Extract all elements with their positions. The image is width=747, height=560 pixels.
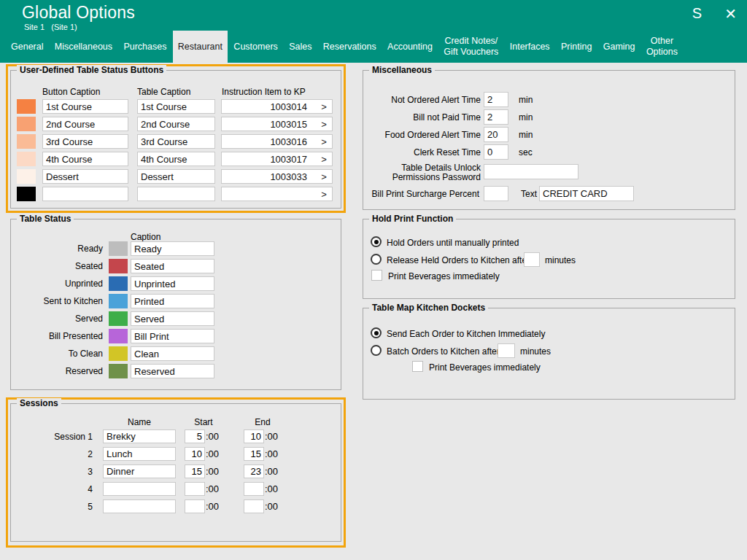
kp-item-lookup-button[interactable]: > xyxy=(316,136,332,147)
button-caption-input[interactable] xyxy=(42,134,128,149)
save-button[interactable]: S xyxy=(692,5,702,22)
kp-item-lookup-button[interactable]: > xyxy=(316,189,332,200)
tab-sales[interactable]: Sales xyxy=(284,31,317,63)
button-color-swatch[interactable] xyxy=(17,169,36,184)
kp-item-field[interactable]: 1003014 > xyxy=(221,99,333,114)
session-start-input[interactable] xyxy=(185,429,205,443)
button-caption-input[interactable] xyxy=(42,169,128,184)
status-caption-input[interactable] xyxy=(131,364,214,378)
tab-accounting[interactable]: Accounting xyxy=(382,31,438,63)
kp-item-field[interactable]: 1003033 > xyxy=(221,169,333,184)
button-caption-input[interactable] xyxy=(42,187,128,201)
kp-item-lookup-button[interactable]: > xyxy=(316,119,332,130)
status-color-swatch[interactable] xyxy=(109,346,128,361)
tab-credit-notes-gift-vouchers[interactable]: Credit Notes/ Gift Vouchers xyxy=(438,31,503,63)
tab-interfaces[interactable]: Interfaces xyxy=(505,31,555,63)
session-start-input[interactable] xyxy=(185,447,205,461)
status-caption-input[interactable] xyxy=(131,241,214,256)
close-icon[interactable]: ✕ xyxy=(724,5,737,23)
session-start-input[interactable] xyxy=(185,482,205,496)
status-color-swatch[interactable] xyxy=(109,259,128,273)
status-caption-input[interactable] xyxy=(131,276,214,291)
print-beverages-checkbox[interactable] xyxy=(412,361,423,372)
session-end-input[interactable] xyxy=(244,482,264,496)
session-end-input[interactable] xyxy=(244,464,264,478)
table-details-unlock-password-input[interactable] xyxy=(484,164,578,179)
button-color-swatch[interactable] xyxy=(17,187,36,201)
table-caption-input[interactable] xyxy=(137,152,215,166)
button-color-swatch[interactable] xyxy=(17,134,36,149)
tab-miscellaneous[interactable]: Miscellaneous xyxy=(50,31,117,63)
surcharge-text-input[interactable] xyxy=(539,186,634,201)
session-name-input[interactable] xyxy=(103,482,176,496)
bill-not-paid-time-input[interactable] xyxy=(484,109,508,125)
password-label-line2: Permissions Password xyxy=(363,172,481,182)
button-color-swatch[interactable] xyxy=(17,117,36,131)
table-caption-input[interactable] xyxy=(137,134,215,149)
batch-orders-radio[interactable] xyxy=(371,345,382,356)
kp-item-field[interactable]: 1003015 > xyxy=(221,117,333,131)
print-beverages-checkbox[interactable] xyxy=(371,270,382,281)
session-name-input[interactable] xyxy=(103,499,176,513)
status-color-swatch[interactable] xyxy=(109,364,128,378)
send-each-order-label[interactable]: Send Each Order to Kitchen Immediately xyxy=(387,329,545,339)
session-name-input[interactable] xyxy=(103,447,176,461)
button-caption-input[interactable] xyxy=(42,117,128,131)
release-minutes-input[interactable] xyxy=(524,252,540,267)
send-each-order-radio[interactable] xyxy=(371,327,382,338)
food-ordered-alert-time-input[interactable] xyxy=(484,127,508,142)
release-held-orders-label[interactable]: Release Held Orders to Kitchen after xyxy=(387,255,530,265)
tab-restaurant[interactable]: Restaurant xyxy=(173,31,228,63)
group-table-status: Table Status Caption Ready Seated Unprin… xyxy=(10,219,341,390)
status-caption-input[interactable] xyxy=(131,259,214,273)
kp-item-lookup-button[interactable]: > xyxy=(316,171,332,182)
release-held-orders-radio[interactable] xyxy=(371,254,382,265)
session-start-input[interactable] xyxy=(185,499,205,513)
batch-minutes-input[interactable] xyxy=(498,343,515,358)
hold-orders-radio[interactable] xyxy=(371,236,382,247)
session-start-input[interactable] xyxy=(185,464,205,478)
status-caption-input[interactable] xyxy=(131,329,214,343)
status-color-swatch[interactable] xyxy=(109,241,128,256)
table-caption-input[interactable] xyxy=(137,187,215,201)
tab-gaming[interactable]: Gaming xyxy=(598,31,640,63)
tab-reservations[interactable]: Reservations xyxy=(318,31,382,63)
status-color-swatch[interactable] xyxy=(109,294,128,308)
tab-printing[interactable]: Printing xyxy=(556,31,597,63)
bill-print-surcharge-percent-input[interactable] xyxy=(484,186,508,201)
status-caption-input[interactable] xyxy=(131,346,214,361)
status-color-swatch[interactable] xyxy=(109,329,128,343)
status-color-swatch[interactable] xyxy=(109,276,128,291)
kp-item-field[interactable]: 1003016 > xyxy=(221,134,333,149)
kp-item-lookup-button[interactable]: > xyxy=(316,154,332,165)
status-caption-input[interactable] xyxy=(131,294,214,308)
hold-orders-label[interactable]: Hold Orders until manually printed xyxy=(387,238,519,248)
button-caption-input[interactable] xyxy=(42,99,128,114)
tab-general[interactable]: General xyxy=(6,31,48,63)
batch-orders-label[interactable]: Batch Orders to Kitchen after xyxy=(387,346,500,357)
kp-item-lookup-button[interactable]: > xyxy=(316,101,332,112)
tab-other-options[interactable]: Other Options xyxy=(641,31,683,63)
status-caption-input[interactable] xyxy=(131,311,214,326)
session-end-input[interactable] xyxy=(244,499,264,513)
button-color-swatch[interactable] xyxy=(17,152,36,166)
print-beverages-label[interactable]: Print Beverages immediately xyxy=(429,362,541,373)
print-beverages-label[interactable]: Print Beverages immediately xyxy=(388,271,500,281)
tab-customers[interactable]: Customers xyxy=(228,31,282,63)
session-end-input[interactable] xyxy=(244,429,264,443)
status-color-swatch[interactable] xyxy=(109,311,128,326)
session-end-input[interactable] xyxy=(244,447,264,461)
button-color-swatch[interactable] xyxy=(17,99,36,114)
not-ordered-alert-time-input[interactable] xyxy=(484,92,508,107)
session-label: Session 1 xyxy=(11,432,93,442)
kp-item-field[interactable]: > xyxy=(221,187,333,201)
session-name-input[interactable] xyxy=(103,464,176,478)
table-caption-input[interactable] xyxy=(137,99,215,114)
kp-item-field[interactable]: 1003017 > xyxy=(221,152,333,166)
button-caption-input[interactable] xyxy=(42,152,128,166)
clerk-reset-time-input[interactable] xyxy=(484,144,508,160)
table-caption-input[interactable] xyxy=(137,117,215,131)
session-name-input[interactable] xyxy=(103,429,176,443)
table-caption-input[interactable] xyxy=(137,169,215,184)
tab-purchases[interactable]: Purchases xyxy=(118,31,171,63)
